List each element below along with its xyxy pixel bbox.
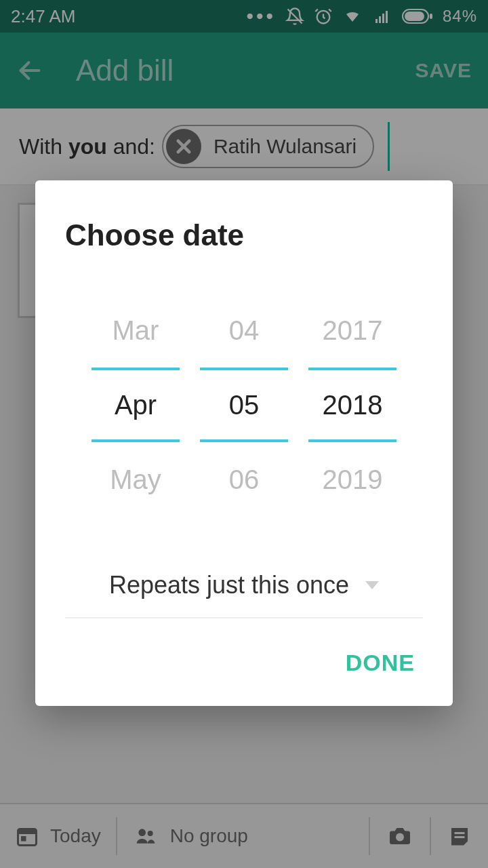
date-picker-dialog: Choose date Mar Apr May 04 05 06 2017 20…: [35, 180, 453, 706]
dialog-title: Choose date: [65, 218, 423, 252]
year-selected[interactable]: 2018: [308, 368, 396, 442]
year-prev[interactable]: 2017: [308, 293, 396, 368]
day-column[interactable]: 04 05 06: [200, 293, 288, 517]
day-next[interactable]: 06: [200, 442, 288, 517]
repeat-dropdown[interactable]: Repeats just this once: [65, 564, 423, 618]
month-selected[interactable]: Apr: [92, 368, 180, 442]
done-button[interactable]: DONE: [346, 650, 415, 676]
date-picker[interactable]: Mar Apr May 04 05 06 2017 2018 2019: [65, 293, 423, 517]
month-next[interactable]: May: [92, 442, 180, 517]
chevron-down-icon: [365, 581, 379, 589]
year-column[interactable]: 2017 2018 2019: [308, 293, 396, 517]
month-column[interactable]: Mar Apr May: [92, 293, 180, 517]
repeat-label: Repeats just this once: [109, 571, 349, 599]
month-prev[interactable]: Mar: [92, 293, 180, 368]
day-prev[interactable]: 04: [200, 293, 288, 368]
year-next[interactable]: 2019: [308, 442, 396, 517]
day-selected[interactable]: 05: [200, 368, 288, 442]
